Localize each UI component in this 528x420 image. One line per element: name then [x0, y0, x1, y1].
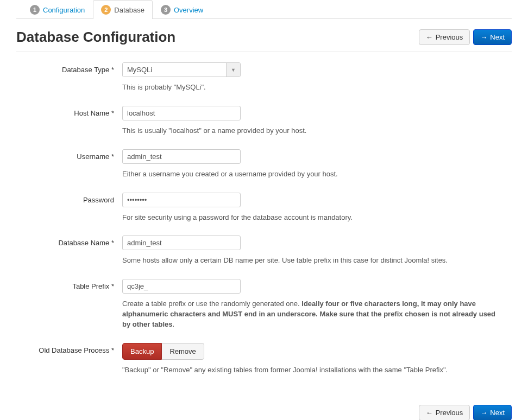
- old-db-toggle: Backup Remove: [122, 343, 204, 360]
- tab-configuration[interactable]: 1 Configuration: [22, 0, 93, 19]
- tab-overview[interactable]: 3 Overview: [153, 0, 211, 19]
- remove-button[interactable]: Remove: [162, 343, 204, 360]
- db-type-select[interactable]: MySQLi ▼: [122, 62, 241, 77]
- db-name-input[interactable]: [122, 236, 241, 250]
- password-label: Password: [16, 193, 122, 236]
- db-name-label: Database Name *: [16, 236, 122, 279]
- prefix-input[interactable]: [122, 279, 241, 294]
- button-label: Next: [490, 33, 505, 41]
- wizard-tabs: 1 Configuration 2 Database 3 Overview: [16, 0, 512, 19]
- tab-badge: 1: [30, 5, 40, 15]
- chevron-down-icon: ▼: [226, 63, 240, 77]
- arrow-left-icon: ←: [426, 33, 433, 41]
- tab-badge: 2: [101, 5, 111, 15]
- tab-label: Overview: [174, 6, 203, 14]
- tab-badge: 3: [161, 5, 171, 15]
- button-label: Previous: [436, 409, 463, 417]
- tab-database[interactable]: 2 Database: [93, 0, 153, 19]
- host-input[interactable]: [122, 106, 241, 120]
- previous-button[interactable]: ← Previous: [419, 29, 470, 45]
- backup-button[interactable]: Backup: [122, 343, 162, 360]
- previous-button[interactable]: ← Previous: [419, 405, 470, 420]
- prefix-label: Table Prefix *: [16, 279, 122, 343]
- username-input[interactable]: [122, 149, 241, 164]
- host-label: Host Name *: [16, 106, 122, 149]
- prefix-help-pre: Create a table prefix or use the randoml…: [122, 300, 301, 308]
- db-type-label: Database Type *: [16, 62, 122, 106]
- username-help: Either a username you created or a usern…: [122, 169, 502, 180]
- password-input[interactable]: [122, 193, 241, 207]
- arrow-right-icon: →: [480, 33, 487, 41]
- db-type-value: MySQLi: [123, 63, 226, 77]
- tab-label: Database: [114, 6, 144, 14]
- db-name-help: Some hosts allow only a certain DB name …: [122, 256, 502, 266]
- database-form: Database Type * MySQLi ▼ This is probabl…: [16, 62, 512, 389]
- old-db-help: "Backup" or "Remove" any existing tables…: [122, 365, 502, 376]
- prefix-help: Create a table prefix or use the randoml…: [122, 299, 502, 330]
- tab-label: Configuration: [43, 6, 85, 14]
- button-label: Previous: [436, 33, 463, 41]
- page-title: Database Configuration: [16, 29, 175, 46]
- db-type-help: This is probably "MySQLi".: [122, 82, 502, 93]
- host-help: This is usually "localhost" or a name pr…: [122, 126, 502, 136]
- password-help: For site security using a password for t…: [122, 213, 502, 223]
- next-button[interactable]: → Next: [473, 405, 512, 420]
- username-label: Username *: [16, 149, 122, 193]
- arrow-left-icon: ←: [426, 409, 433, 417]
- prefix-help-post: .: [172, 320, 174, 328]
- next-button[interactable]: → Next: [473, 29, 512, 45]
- nav-buttons-top: ← Previous → Next: [419, 29, 512, 45]
- arrow-right-icon: →: [480, 409, 487, 417]
- nav-buttons-bottom: ← Previous → Next: [419, 405, 512, 420]
- old-db-label: Old Database Process *: [16, 343, 122, 389]
- button-label: Next: [490, 409, 505, 417]
